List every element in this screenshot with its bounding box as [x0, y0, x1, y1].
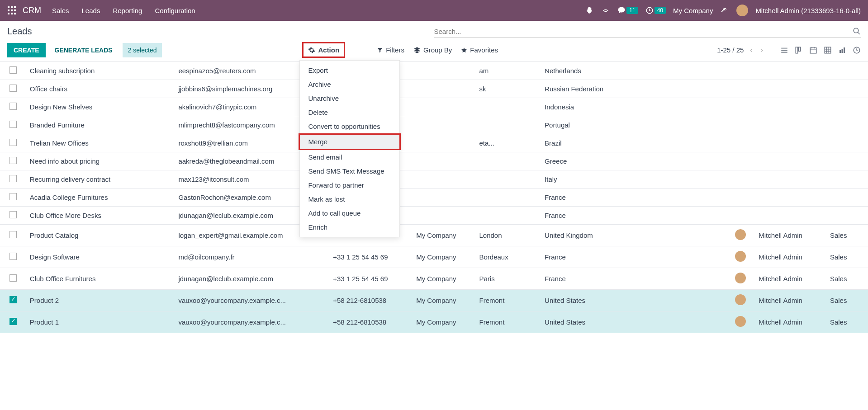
- cell-name: Need info about pricing: [26, 152, 175, 170]
- table-row[interactable]: Design Software md@oilcompany.fr +33 1 2…: [0, 246, 868, 268]
- kanban-view-icon[interactable]: [795, 46, 803, 54]
- calendar-view-icon[interactable]: [809, 46, 817, 54]
- action-menu-item-forward-to-partner[interactable]: Forward to partner: [300, 178, 399, 192]
- nav-reporting[interactable]: Reporting: [113, 7, 142, 14]
- search-icon[interactable]: [853, 27, 861, 35]
- svg-rect-20: [844, 47, 845, 53]
- cell-avatar: [731, 152, 755, 170]
- filter-group: Filters Group By Favorites: [377, 46, 498, 54]
- row-checkbox[interactable]: [9, 211, 17, 218]
- wifi-icon[interactable]: [601, 6, 610, 15]
- cell-avatar: [731, 290, 755, 311]
- action-menu-item-send-email[interactable]: Send email: [300, 150, 399, 164]
- pager-text[interactable]: 1-25 / 25: [717, 46, 744, 54]
- action-menu-item-add-to-call-queue[interactable]: Add to call queue: [300, 206, 399, 220]
- cell-salesperson: [755, 116, 826, 134]
- action-menu-item-send-sms-text-message[interactable]: Send SMS Text Message: [300, 164, 399, 178]
- cell-salesperson: [755, 170, 826, 189]
- pager-next[interactable]: ›: [759, 46, 765, 54]
- favorites-button[interactable]: Favorites: [461, 46, 498, 54]
- table-row[interactable]: Cleaning subscription eespinazo5@reuters…: [0, 62, 868, 80]
- action-menu-item-unarchive[interactable]: Unarchive: [300, 91, 399, 105]
- nav-sales[interactable]: Sales: [52, 7, 69, 14]
- leads-table: Cleaning subscription eespinazo5@reuters…: [0, 61, 868, 333]
- row-checkbox[interactable]: [9, 274, 17, 282]
- tools-icon[interactable]: [720, 6, 729, 15]
- generate-leads-button[interactable]: GENERATE LEADS: [50, 43, 117, 57]
- row-checkbox[interactable]: [9, 253, 17, 260]
- messages-badge: 11: [626, 7, 638, 14]
- filters-button[interactable]: Filters: [377, 46, 404, 54]
- table-row[interactable]: Recurring delivery contract max123@itcon…: [0, 170, 868, 189]
- table-wrap[interactable]: Cleaning subscription eespinazo5@reuters…: [0, 61, 868, 408]
- messages-button[interactable]: 11: [617, 6, 638, 14]
- pager-prev[interactable]: ‹: [748, 46, 754, 54]
- graph-view-icon[interactable]: [838, 46, 846, 54]
- cell-city: eta...: [475, 134, 541, 152]
- apps-icon[interactable]: [7, 6, 16, 15]
- cell-team: Sales: [826, 225, 868, 246]
- table-row[interactable]: Product 2 vauxoo@yourcompany.example.c..…: [0, 290, 868, 311]
- table-row[interactable]: Product 1 vauxoo@yourcompany.example.c..…: [0, 311, 868, 333]
- row-checkbox[interactable]: [9, 175, 17, 182]
- action-menu-item-enrich[interactable]: Enrich: [300, 220, 399, 234]
- table-row[interactable]: Branded Furniture mlimprecht8@fastcompan…: [0, 116, 868, 134]
- action-menu-item-convert-to-opportunities[interactable]: Convert to opportunities: [300, 119, 399, 133]
- action-menu-item-mark-as-lost[interactable]: Mark as lost: [300, 192, 399, 206]
- row-checkbox[interactable]: [9, 85, 17, 92]
- cell-country: France: [541, 207, 731, 225]
- cell-salesperson: [755, 189, 826, 207]
- row-checkbox[interactable]: [9, 193, 17, 200]
- row-checkbox[interactable]: [9, 103, 17, 110]
- search-bar[interactable]: [434, 25, 861, 38]
- nav-configuration[interactable]: Configuration: [155, 7, 195, 14]
- table-row[interactable]: Office chairs jjobbins6@simplemachines.o…: [0, 80, 868, 98]
- table-row[interactable]: Club Office Furnitures jdunagan@leclub.e…: [0, 268, 868, 290]
- table-row[interactable]: Design New Shelves akalinovich7@tinypic.…: [0, 98, 868, 116]
- create-button[interactable]: CREATE: [7, 43, 46, 57]
- action-menu-item-archive[interactable]: Archive: [300, 77, 399, 91]
- row-checkbox[interactable]: [9, 231, 17, 238]
- table-row[interactable]: Product Catalog logan_expert@gmail.examp…: [0, 225, 868, 246]
- row-checkbox[interactable]: [9, 121, 17, 128]
- row-checkbox[interactable]: [9, 139, 17, 146]
- table-row[interactable]: Club Office More Desks jdunagan@leclub.e…: [0, 207, 868, 225]
- row-checkbox[interactable]: [9, 66, 17, 74]
- action-menu-item-export[interactable]: Export: [300, 63, 399, 77]
- activities-badge: 40: [655, 7, 666, 14]
- cell-avatar: [731, 189, 755, 207]
- debug-icon[interactable]: [585, 6, 594, 15]
- nav-leads[interactable]: Leads: [82, 7, 100, 14]
- svg-rect-7: [11, 13, 13, 14]
- pivot-view-icon[interactable]: [824, 46, 832, 54]
- cell-city: Bordeaux: [475, 246, 541, 268]
- activity-view-icon[interactable]: [853, 46, 861, 54]
- user-name[interactable]: Mitchell Admin (21333693-16-0-all): [755, 7, 861, 14]
- action-button[interactable]: Action: [302, 42, 345, 58]
- cell-city: sk: [475, 80, 541, 98]
- table-row[interactable]: Need info about pricing aakreda@theglobe…: [0, 152, 868, 170]
- cell-city: Paris: [475, 268, 541, 290]
- cell-city: [475, 189, 541, 207]
- cell-team: [826, 170, 868, 189]
- row-checkbox[interactable]: [9, 296, 17, 303]
- cell-country: United States: [541, 311, 731, 333]
- action-menu-item-merge[interactable]: Merge: [299, 133, 401, 150]
- list-view-icon[interactable]: [780, 46, 788, 54]
- svg-rect-3: [8, 9, 9, 11]
- cell-team: [826, 62, 868, 80]
- search-input[interactable]: [434, 28, 853, 35]
- user-avatar[interactable]: [736, 5, 748, 16]
- row-checkbox[interactable]: [9, 318, 17, 325]
- activities-button[interactable]: 40: [645, 6, 666, 14]
- row-checkbox[interactable]: [9, 157, 17, 164]
- cell-avatar: [731, 207, 755, 225]
- table-row[interactable]: Trelian New Offices roxshott9@trellian.c…: [0, 134, 868, 152]
- star-icon: [461, 47, 467, 53]
- table-row[interactable]: Acadia College Furnitures GastonRochon@e…: [0, 189, 868, 207]
- groupby-button[interactable]: Group By: [413, 46, 452, 54]
- selection-count[interactable]: 2 selected: [123, 43, 162, 57]
- company-switcher[interactable]: My Company: [673, 7, 713, 14]
- action-menu-item-delete[interactable]: Delete: [300, 105, 399, 119]
- brand[interactable]: CRM: [23, 6, 41, 15]
